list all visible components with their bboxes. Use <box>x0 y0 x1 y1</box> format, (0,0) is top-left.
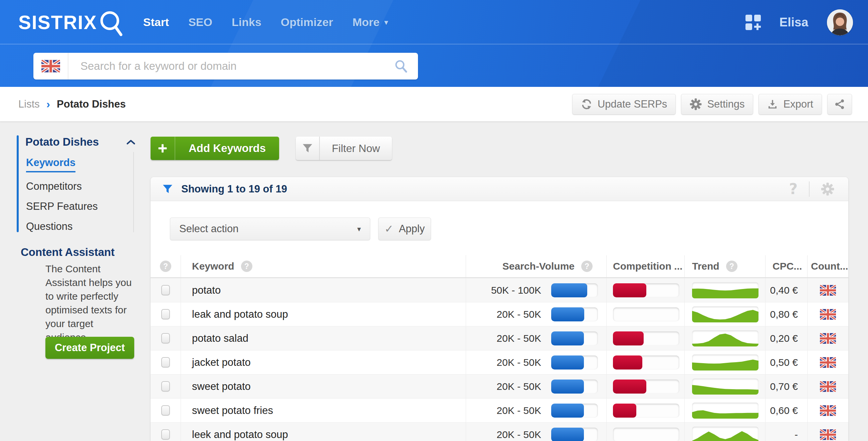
nav-more[interactable]: More ▾ <box>352 16 388 29</box>
column-header-trend[interactable]: Trend? <box>685 255 766 277</box>
sidebar-accent-bar <box>17 135 19 232</box>
column-header-competition[interactable]: Competition ... <box>607 255 685 277</box>
caret-down-icon: ▾ <box>384 18 388 27</box>
trend-sparkline <box>692 403 758 419</box>
row-checkbox[interactable] <box>161 429 170 440</box>
export-button[interactable]: Export <box>758 94 822 115</box>
column-header-search-volume[interactable]: Search-Volume? <box>466 255 607 277</box>
create-project-button[interactable]: Create Project <box>45 337 134 359</box>
competition-bar <box>613 380 679 393</box>
keyword-cell[interactable]: jacket potato <box>181 350 466 374</box>
plus-icon <box>151 137 175 160</box>
search-volume-bar <box>551 331 598 346</box>
row-checkbox[interactable] <box>161 333 170 344</box>
search-input[interactable] <box>68 60 394 72</box>
bulk-action-row: Select action ▾ ✓ Apply <box>151 201 848 255</box>
keyword-cell[interactable]: sweet potato <box>181 375 466 398</box>
search-volume-bar <box>551 380 598 393</box>
sidebar-item-serp-features[interactable]: SERP Features <box>26 200 98 212</box>
add-keywords-label: Add Keywords <box>175 142 279 155</box>
sidebar-item-questions[interactable]: Questions <box>26 220 98 233</box>
panel-settings-icon[interactable] <box>821 182 834 196</box>
column-header-keyword[interactable]: Keyword? <box>181 255 466 277</box>
add-keywords-button[interactable]: Add Keywords <box>151 137 279 160</box>
country-selector[interactable] <box>33 53 68 80</box>
trend-sparkline <box>692 330 758 347</box>
select-action-dropdown[interactable]: Select action ▾ <box>170 217 370 240</box>
country-flag-icon <box>820 308 836 320</box>
search-volume-value: 20K - 50K <box>497 333 541 344</box>
trend-sparkline <box>692 427 758 441</box>
top-navbar: SISTRIX Start SEO Links Optimizer More ▾ <box>0 0 868 45</box>
sidebar-menu: Keywords Competitors SERP Features Quest… <box>26 156 98 240</box>
nav-start[interactable]: Start <box>143 16 169 29</box>
nav-more-label: More <box>352 16 380 29</box>
table-row: sweet potato20K - 50K0,70 € <box>151 374 848 398</box>
table-row: potato50K - 100K0,40 € <box>151 278 848 302</box>
breadcrumb-row: Lists › Potato Dishes Update SERPs <box>0 87 868 122</box>
country-flag-icon <box>820 405 836 417</box>
trend-area <box>692 306 758 322</box>
competition-bar <box>613 283 679 297</box>
column-header-country[interactable]: Count... <box>808 255 848 277</box>
table-body: potato50K - 100K0,40 €leak and potato so… <box>151 278 848 441</box>
trend-area <box>692 403 758 419</box>
search-volume-value: 20K - 50K <box>497 429 541 440</box>
nav-links[interactable]: Links <box>232 16 261 29</box>
share-button[interactable] <box>827 94 852 115</box>
country-flag-icon <box>820 381 836 392</box>
help-icon[interactable]: ? <box>241 261 252 272</box>
user-name[interactable]: Elisa <box>779 16 808 29</box>
funnel-icon <box>296 137 320 160</box>
help-icon[interactable]: ? <box>581 261 593 272</box>
table-row: potato salad20K - 50K0,20 € <box>151 326 848 350</box>
settings-button[interactable]: Settings <box>681 94 753 115</box>
cpc-value: 0,60 € <box>766 399 808 422</box>
keyword-cell[interactable]: potato <box>181 278 466 302</box>
header: SISTRIX Start SEO Links Optimizer More ▾ <box>0 0 868 87</box>
collapse-chevron-up-icon[interactable] <box>126 139 135 145</box>
keyword-cell[interactable]: leek and potato soup <box>181 423 466 441</box>
magnifier-icon <box>98 10 124 38</box>
cpc-value: - <box>766 423 808 441</box>
nav-optimizer[interactable]: Optimizer <box>281 16 333 29</box>
trend-area <box>692 354 758 371</box>
country-flag-icon <box>820 356 836 369</box>
nav-seo[interactable]: SEO <box>188 16 212 29</box>
row-checkbox[interactable] <box>161 285 170 295</box>
keyword-cell[interactable]: sweet potato fries <box>181 399 466 422</box>
search-icon[interactable] <box>394 59 408 73</box>
breadcrumb-lists[interactable]: Lists <box>18 98 40 110</box>
row-checkbox[interactable] <box>161 309 170 319</box>
sidebar-item-keywords[interactable]: Keywords <box>26 156 98 172</box>
filter-now-button[interactable]: Filter Now <box>296 137 392 160</box>
select-action-label: Select action <box>179 223 239 235</box>
apply-button[interactable]: ✓ Apply <box>378 217 431 240</box>
help-icon[interactable]: ? <box>726 261 738 272</box>
competition-bar <box>613 331 679 346</box>
search-volume-bar <box>551 307 598 321</box>
keyword-cell[interactable]: leak and potato soup <box>181 302 466 326</box>
sidebar: Potato Dishes Keywords Competitors SERP … <box>0 122 150 441</box>
apps-grid-icon[interactable] <box>745 15 761 30</box>
competition-bar <box>613 355 679 370</box>
keyword-cell[interactable]: potato salad <box>181 326 466 350</box>
cpc-value: 0,80 € <box>766 302 808 326</box>
user-avatar[interactable] <box>827 9 853 35</box>
trend-area <box>692 330 758 347</box>
row-checkbox[interactable] <box>161 357 170 368</box>
sidebar-item-competitors[interactable]: Competitors <box>26 180 98 193</box>
sistrix-logo[interactable]: SISTRIX <box>18 7 124 38</box>
search-volume-bar <box>551 355 598 370</box>
panel-help-icon[interactable]: ? <box>789 182 798 197</box>
cpc-value: 0,20 € <box>766 326 808 350</box>
help-icon[interactable]: ? <box>160 261 171 272</box>
trend-sparkline <box>692 354 758 371</box>
update-serps-button[interactable]: Update SERPs <box>572 94 676 115</box>
filter-now-label: Filter Now <box>320 142 392 155</box>
row-checkbox[interactable] <box>161 405 170 416</box>
sidebar-title: Potato Dishes <box>25 136 99 148</box>
row-checkbox[interactable] <box>161 381 170 391</box>
column-header-cpc[interactable]: CPC... <box>766 255 808 277</box>
trend-sparkline <box>692 306 758 322</box>
